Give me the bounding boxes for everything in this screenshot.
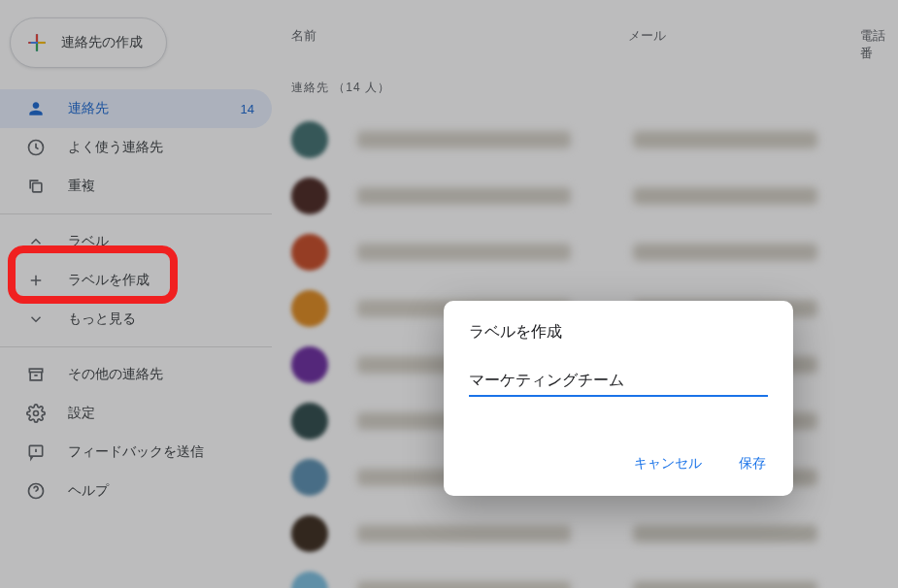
cancel-button[interactable]: キャンセル: [632, 449, 704, 478]
save-button[interactable]: 保存: [737, 449, 768, 478]
annotation-highlight: [8, 245, 178, 304]
label-name-input[interactable]: [469, 368, 768, 397]
create-label-dialog: ラベルを作成 キャンセル 保存: [444, 301, 793, 496]
dialog-title: ラベルを作成: [469, 322, 768, 343]
